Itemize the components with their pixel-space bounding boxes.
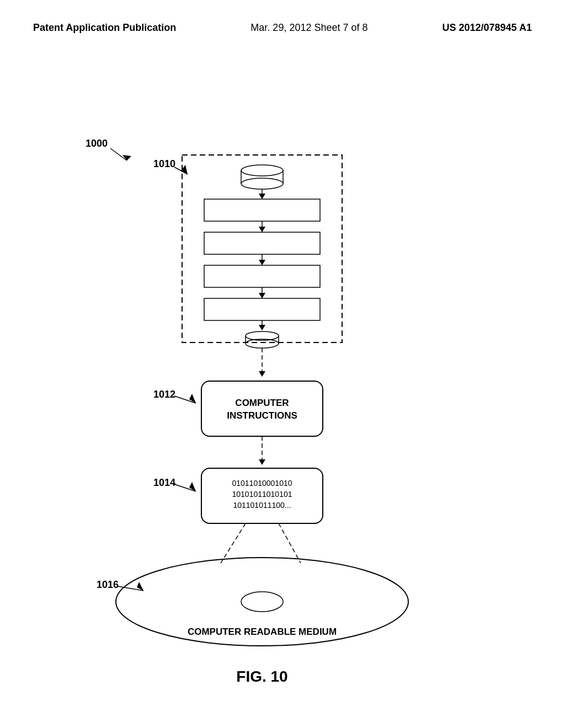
rect3-block1010 [204, 265, 320, 287]
diagram-area: 1000 1010 [0, 45, 565, 695]
rect2-block1010 [204, 232, 320, 254]
binary-line1: 01011010001010 [232, 479, 292, 488]
block-1012 [201, 381, 323, 436]
svg-point-5 [241, 178, 283, 189]
fig-caption: FIG. 10 [236, 668, 287, 685]
svg-marker-17 [259, 325, 265, 330]
label-1000: 1000 [86, 138, 108, 149]
text-instructions: INSTRUCTIONS [227, 410, 297, 421]
rect4-block1010 [204, 298, 320, 320]
block-1010 [182, 155, 342, 342]
binary-line3: 101101011100... [233, 501, 291, 510]
svg-line-31 [279, 523, 301, 563]
label-1012: 1012 [153, 389, 175, 400]
svg-marker-23 [259, 371, 265, 377]
svg-marker-27 [259, 459, 265, 465]
binary-line2: 10101011010101 [232, 490, 292, 499]
svg-marker-11 [259, 227, 265, 232]
ellipse-inner-1016 [241, 592, 283, 612]
svg-marker-13 [259, 260, 265, 265]
label-1014: 1014 [153, 477, 175, 488]
text-computer-readable: COMPUTER READABLE MEDIUM [188, 627, 337, 637]
page-header: Patent Application Publication Mar. 29, … [0, 0, 565, 45]
rect1-block1010 [204, 199, 320, 221]
svg-marker-9 [259, 194, 265, 199]
svg-line-0 [110, 148, 127, 160]
main-diagram-svg: 1000 1010 [0, 45, 565, 695]
header-right: US 2012/078945 A1 [443, 22, 532, 34]
label-1016: 1016 [97, 579, 119, 590]
svg-point-4 [241, 165, 283, 176]
text-computer: COMPUTER [235, 398, 289, 408]
svg-marker-15 [259, 293, 265, 298]
header-center: Mar. 29, 2012 Sheet 7 of 8 [250, 22, 367, 34]
svg-line-30 [221, 523, 246, 563]
header-left: Patent Application Publication [33, 22, 176, 34]
label-1010: 1010 [153, 158, 175, 169]
